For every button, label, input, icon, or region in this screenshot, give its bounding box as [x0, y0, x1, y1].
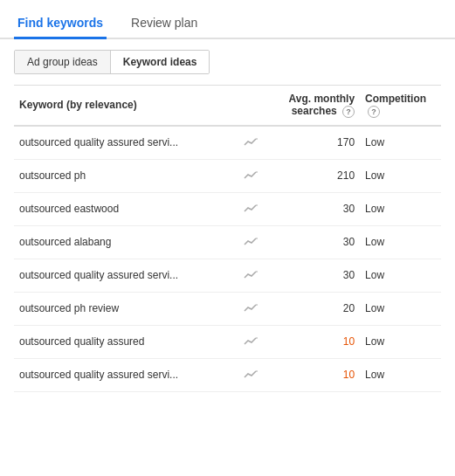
keyword-cell: outsourced ph — [14, 159, 236, 192]
trend-chart-icon[interactable] — [244, 368, 258, 380]
competition-cell: Low — [360, 126, 441, 160]
searches-cell: 210 — [266, 159, 361, 192]
searches-help-icon[interactable]: ? — [342, 106, 355, 118]
keyword-cell: outsourced quality assured servi... — [14, 259, 236, 292]
trend-chart-icon[interactable] — [244, 335, 258, 347]
table-row: outsourced ph 210Low — [14, 159, 441, 192]
table-row: outsourced quality assured servi... 10Lo… — [14, 358, 441, 391]
searches-value: 30 — [343, 203, 355, 215]
keyword-cell: outsourced quality assured servi... — [14, 358, 236, 391]
searches-cell: 10 — [266, 325, 361, 358]
competition-cell: Low — [360, 225, 441, 259]
table-row: outsourced eastwood 30Low — [14, 192, 441, 225]
competition-cell: Low — [360, 259, 441, 292]
table-row: outsourced quality assured servi... 170L… — [14, 126, 441, 160]
header-keyword: Keyword (by relevance) — [14, 86, 236, 126]
subtab-ad-group-ideas[interactable]: Ad group ideas — [15, 51, 111, 73]
chart-icon-cell[interactable] — [236, 192, 265, 225]
searches-cell: 170 — [266, 126, 361, 160]
searches-value: 20 — [343, 302, 355, 314]
trend-chart-icon[interactable] — [244, 135, 258, 148]
chart-icon-cell[interactable] — [236, 259, 265, 292]
searches-value: 170 — [337, 136, 355, 148]
competition-cell: Low — [360, 358, 441, 391]
searches-cell: 20 — [266, 292, 361, 325]
trend-chart-icon[interactable] — [244, 301, 258, 314]
chart-icon-cell[interactable] — [236, 292, 265, 325]
chart-icon-cell[interactable] — [236, 126, 265, 160]
searches-value: 210 — [337, 169, 355, 182]
header-chart — [236, 86, 265, 126]
chart-icon-cell[interactable] — [236, 159, 265, 192]
keyword-cell: outsourced quality assured servi... — [14, 126, 236, 160]
searches-cell: 30 — [266, 259, 361, 292]
competition-cell: Low — [360, 192, 441, 225]
keyword-cell: outsourced ph review — [14, 292, 236, 325]
keywords-table: Keyword (by relevance) Avg. monthly sear… — [14, 85, 441, 392]
trend-chart-icon[interactable] — [244, 202, 258, 214]
header-competition: Competition ? — [360, 86, 441, 126]
chart-icon-cell[interactable] — [236, 225, 265, 259]
keyword-cell: outsourced alabang — [14, 225, 236, 259]
searches-value: 10 — [343, 369, 355, 381]
chart-icon-cell[interactable] — [236, 358, 265, 391]
chart-icon-cell[interactable] — [236, 325, 265, 358]
trend-chart-icon[interactable] — [244, 235, 258, 247]
searches-value: 30 — [343, 236, 355, 248]
keyword-cell: outsourced quality assured — [14, 325, 236, 358]
trend-chart-icon[interactable] — [244, 268, 258, 280]
table-row: outsourced quality assured servi... 30Lo… — [14, 259, 441, 292]
nav-tab-find-keywords[interactable]: Find keywords — [14, 9, 107, 39]
competition-cell: Low — [360, 159, 441, 192]
table-row: outsourced ph review 20Low — [14, 292, 441, 325]
competition-cell: Low — [360, 325, 441, 358]
table-row: outsourced quality assured 10Low — [14, 325, 441, 358]
keyword-cell: outsourced eastwood — [14, 192, 236, 225]
competition-help-icon[interactable]: ? — [368, 106, 380, 118]
top-nav: Find keywords Review plan — [0, 0, 455, 39]
trend-chart-icon[interactable] — [244, 169, 258, 181]
content-area: Ad group ideas Keyword ideas Keyword (by… — [0, 39, 455, 403]
sub-tabs: Ad group ideas Keyword ideas — [14, 50, 210, 74]
table-row: outsourced alabang 30Low — [14, 225, 441, 259]
searches-cell: 10 — [266, 358, 361, 391]
searches-cell: 30 — [266, 225, 361, 259]
searches-value: 30 — [343, 269, 355, 281]
subtab-keyword-ideas[interactable]: Keyword ideas — [111, 51, 210, 73]
competition-cell: Low — [360, 292, 441, 325]
nav-tab-review-plan[interactable]: Review plan — [128, 9, 201, 39]
searches-value: 10 — [343, 335, 355, 348]
searches-cell: 30 — [266, 192, 361, 225]
header-searches: Avg. monthly searches ? — [266, 86, 361, 126]
